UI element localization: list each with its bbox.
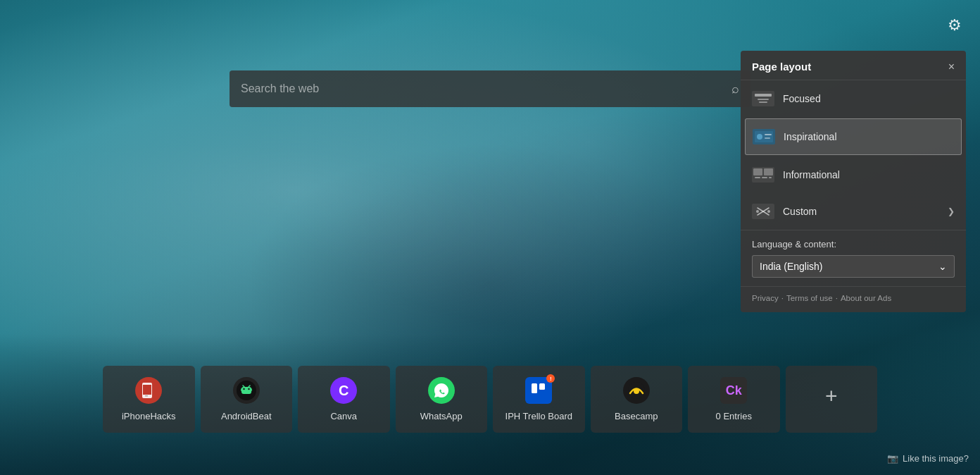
svg-rect-28 [762,177,767,178]
basecamp-icon [623,377,650,404]
camera-icon: 📷 [887,453,898,464]
svg-rect-17 [758,99,769,100]
trello-icon: ! [525,377,552,404]
quicklink-entries[interactable]: Ck 0 Entries [688,366,780,433]
ads-link[interactable]: About our Ads [841,294,891,302]
inspirational-layout-icon [753,125,775,148]
chevron-down-icon: ⌄ [938,261,947,272]
trello-label: IPH Trello Board [505,411,572,421]
search-container: ⌕ [230,70,750,107]
svg-rect-12 [539,383,545,390]
panel-footer: Privacy · Terms of use · About our Ads [741,286,966,312]
whatsapp-icon [428,377,455,404]
entries-icon: Ck [720,377,747,404]
page-layout-panel: Page layout × Focused Inspirational [741,51,966,312]
quicklink-canva[interactable]: C Canva [298,366,390,433]
gear-icon: ⚙ [948,16,962,35]
terms-link[interactable]: Terms of use [786,294,833,302]
svg-rect-1 [143,385,151,395]
svg-rect-22 [765,134,772,135]
iphonehacks-label: iPhoneHacks [122,411,176,421]
svg-rect-27 [755,177,760,178]
svg-point-7 [243,388,244,390]
focused-layout-icon [752,87,774,110]
quicklink-iphonehacks[interactable]: iPhoneHacks [103,366,195,433]
layout-custom[interactable]: Custom ❯ [741,193,966,230]
language-section: Language & content: India (English) ⌄ [741,230,966,286]
layout-informational[interactable]: Informational [741,156,966,193]
like-image-label: Like this image? [903,453,969,464]
search-icon: ⌕ [731,82,739,97]
search-button[interactable]: ⌕ [731,82,739,97]
androidbeat-icon [233,377,260,404]
layout-focused[interactable]: Focused [741,80,966,117]
svg-rect-23 [765,137,770,139]
separator1: · [781,294,784,302]
settings-button[interactable]: ⚙ [941,11,969,39]
like-image-button[interactable]: 📷 Like this image? [887,453,969,464]
panel-title: Page layout [752,61,811,73]
quicklink-basecamp[interactable]: Basecamp [591,366,683,433]
basecamp-label: Basecamp [615,411,658,421]
quicklink-trello[interactable]: ! IPH Trello Board [493,366,585,433]
search-bar: ⌕ [230,70,750,107]
inspirational-label: Inspirational [784,131,954,142]
informational-layout-icon [752,164,774,186]
privacy-link[interactable]: Privacy [752,294,779,302]
quicklink-whatsapp[interactable]: WhatsApp [396,366,488,433]
language-dropdown[interactable]: India (English) ⌄ [752,255,955,278]
iphonehacks-icon [135,377,162,404]
svg-rect-18 [759,101,767,103]
svg-point-8 [248,388,249,390]
custom-layout-icon [752,200,774,223]
entries-label: 0 Entries [716,411,752,421]
language-value: India (English) [760,261,823,272]
svg-rect-26 [764,168,773,175]
quicklinks-row: iPhoneHacks AndroidBeat C Ca [103,366,877,433]
svg-rect-6 [241,387,251,394]
svg-rect-2 [145,395,148,397]
canva-label: Canva [330,411,357,421]
quicklink-androidbeat[interactable]: AndroidBeat [201,366,293,433]
whatsapp-label: WhatsApp [420,411,463,421]
svg-rect-25 [753,168,762,175]
separator2: · [836,294,838,302]
panel-header: Page layout × [741,51,966,80]
svg-rect-11 [532,383,537,393]
layout-inspirational[interactable]: Inspirational [745,118,962,155]
svg-point-34 [767,210,770,213]
svg-point-14 [634,388,639,394]
androidbeat-label: AndroidBeat [221,411,272,421]
svg-rect-16 [755,94,772,97]
svg-point-21 [757,134,762,140]
svg-rect-29 [769,177,772,178]
quicklink-add[interactable]: + [786,366,878,433]
search-input[interactable] [241,82,723,95]
add-icon: + [818,383,845,409]
custom-arrow-icon: ❯ [948,206,955,216]
canva-icon: C [330,377,357,404]
focused-label: Focused [783,93,955,104]
panel-close-button[interactable]: × [948,61,955,73]
footer-links: Privacy · Terms of use · About our Ads [752,294,955,302]
custom-label: Custom [783,206,939,217]
language-label: Language & content: [752,239,955,249]
svg-point-33 [756,210,759,213]
informational-label: Informational [783,169,955,180]
